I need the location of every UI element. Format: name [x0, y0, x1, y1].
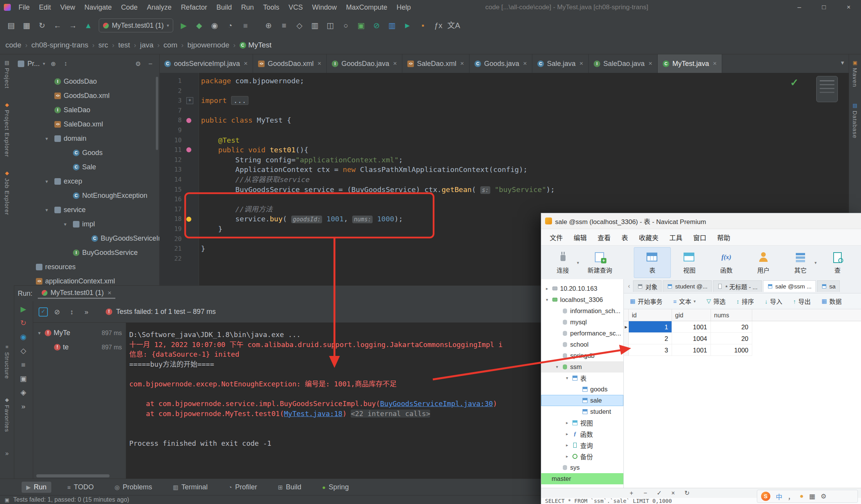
nv-tree-sale[interactable]: sale	[541, 395, 623, 406]
close-button[interactable]: ×	[836, 0, 861, 15]
gear-icon[interactable]: ⚙	[133, 60, 143, 67]
breadcrumb-item-java[interactable]: java	[140, 41, 154, 49]
grid-cell-gid-row2[interactable]: 1004	[672, 333, 711, 344]
breadcrumb-item-bjpowernode[interactable]: bjpowernode	[187, 41, 230, 49]
sogou-logo-icon[interactable]: S	[761, 492, 770, 501]
tool-stripe-job-explorer[interactable]: ◆Job Explorer	[4, 170, 10, 215]
ime-settings-icon[interactable]: ⚙	[820, 492, 826, 501]
ime-punctuation-icon[interactable]: ，	[788, 492, 794, 501]
run-test-gutter-icon[interactable]	[186, 118, 191, 123]
menu-analyze[interactable]: Analyze	[142, 3, 176, 12]
test-settings-icon[interactable]: ◇	[18, 345, 29, 357]
toolwindow-toggle-icon[interactable]: ▣	[5, 497, 9, 503]
nv-menu-窗口[interactable]: 窗口	[688, 233, 712, 242]
nv-tree-student[interactable]: student	[541, 406, 623, 417]
chevron-right-icon[interactable]: ▸	[564, 443, 570, 448]
menu-edit[interactable]: Edit	[34, 3, 56, 12]
close-icon[interactable]: ×	[523, 60, 527, 67]
attach-debugger-icon[interactable]: ⊕	[262, 19, 275, 32]
nv-tree-mysql[interactable]: mysql	[541, 317, 623, 328]
project-item-applicationcontext-xml[interactable]: applicationContext.xml	[14, 274, 159, 285]
editor-tab-goods-java[interactable]: Goods.java×	[469, 54, 532, 73]
discard-changes-icon[interactable]: ×	[669, 490, 677, 497]
nv-tree-10-20-10-163[interactable]: ▸10.20.10.163	[541, 283, 623, 294]
run-config-selector[interactable]: MyTest.test01 (1) ▾	[99, 19, 173, 32]
stop-icon[interactable]: ■	[239, 19, 252, 32]
project-item-excep[interactable]: ▾excep	[14, 174, 159, 189]
project-item-service[interactable]: ▾service	[14, 203, 159, 217]
menu-run[interactable]: Run	[236, 3, 258, 12]
profiler-icon[interactable]: ◔	[223, 19, 236, 32]
nv-tree-goods[interactable]: goods	[541, 384, 623, 395]
nv-tool-新建查询[interactable]: 新建查询	[581, 247, 618, 278]
ime-chinese-icon[interactable]: 中	[776, 492, 782, 501]
sort-by-duration-icon[interactable]: ↕	[66, 307, 77, 317]
chevron-down-icon[interactable]: ▾	[36, 330, 42, 336]
breadcrumb-item-com[interactable]: com	[164, 41, 177, 49]
open-icon[interactable]: ▤	[5, 19, 18, 32]
nv-tool-视图[interactable]: 视图	[671, 247, 708, 278]
fx-icon[interactable]: ƒx	[432, 19, 445, 32]
test-node-myte[interactable]: ▾!MyTe897 ms	[33, 326, 126, 340]
ime-keyboard-icon[interactable]: ▦	[809, 492, 815, 501]
back-icon[interactable]: ←	[51, 19, 64, 32]
fold-expand-icon[interactable]: +	[186, 97, 193, 104]
grid-cell-nums-row1[interactable]: 20	[711, 321, 752, 333]
toolwindow-button-problems[interactable]: ◎Problems	[110, 482, 157, 493]
toolwindow-button-build[interactable]: ⊞Build	[273, 482, 306, 493]
nv-tree-performance-sc[interactable]: performance_sc...	[541, 328, 623, 339]
column-header-id[interactable]: id	[629, 309, 672, 321]
menu-help[interactable]: Help	[392, 3, 415, 12]
tab-scroll-left-icon[interactable]: ‹	[626, 283, 632, 290]
project-item-goods[interactable]: Goods	[14, 146, 159, 160]
project-structure-icon[interactable]: ▥	[308, 19, 321, 32]
nv-tree-查询[interactable]: ▸查询	[541, 440, 623, 451]
test-node-te[interactable]: !te897 ms	[33, 340, 126, 354]
menu-tools[interactable]: Tools	[258, 3, 284, 12]
add-record-icon[interactable]: +	[628, 490, 635, 497]
stop-run-icon[interactable]: ■	[18, 359, 29, 371]
nv-menu-表[interactable]: 表	[616, 233, 633, 242]
nv-tree-master[interactable]: master	[541, 473, 623, 484]
nv-tree-information-sch[interactable]: information_sch...	[541, 305, 623, 317]
project-item-domain[interactable]: ▾domain	[14, 131, 159, 146]
grid-cell-id-row2[interactable]: 2	[629, 333, 672, 344]
chevron-down-icon[interactable]: ▾	[554, 364, 560, 369]
nv-objtab-对象[interactable]: 对象	[633, 280, 662, 292]
menu-vcs[interactable]: VCS	[284, 3, 307, 12]
project-item-resources[interactable]: resources	[14, 260, 159, 274]
chevron-right-icon[interactable]: ▸	[564, 432, 570, 437]
more-icon[interactable]: »	[18, 401, 29, 412]
breadcrumb-item-code[interactable]: code	[5, 41, 21, 49]
nv-tool-表[interactable]: 表	[634, 247, 671, 278]
debug-icon[interactable]: ◆	[192, 19, 206, 32]
maxcompute-build-icon[interactable]: ▲	[82, 19, 95, 32]
project-item-saledao[interactable]: SaleDao	[14, 103, 159, 117]
nv-tree-表[interactable]: ▾表	[541, 373, 623, 384]
chevron-down-icon[interactable]: ▾	[43, 61, 45, 66]
project-item-buygoodsservice[interactable]: BuyGoodsService	[14, 246, 159, 260]
menu-window[interactable]: Window	[307, 3, 341, 12]
run-coverage-icon[interactable]: ◉	[208, 19, 221, 32]
breadcrumb-item-src[interactable]: src	[98, 41, 108, 49]
collapse-all-icon[interactable]: ↕	[61, 60, 71, 67]
breadcrumb-item-test[interactable]: test	[118, 41, 130, 49]
grid-cell-gid-row1[interactable]: 1001	[672, 321, 711, 333]
close-icon[interactable]: ×	[579, 60, 583, 67]
nv-tool-查[interactable]: 查	[819, 247, 856, 278]
close-icon[interactable]: ×	[393, 60, 397, 67]
sync-icon[interactable]: ↻	[35, 19, 49, 32]
run-tab[interactable]: MyTest.test01 (1) ×	[38, 288, 115, 299]
minimize-button[interactable]: –	[787, 0, 812, 15]
chevron-right-icon[interactable]: ▸	[564, 454, 570, 459]
editor-tab-goodsdao-xml[interactable]: GoodsDao.xml×	[253, 54, 327, 73]
nv-tree-localhost-3306[interactable]: ▾localhost_3306	[541, 294, 623, 305]
screenshot-icon[interactable]: ▣	[18, 373, 29, 384]
close-icon[interactable]: ×	[713, 60, 717, 67]
project-item-notenoughexception[interactable]: NotEnoughException	[14, 189, 159, 203]
nv-objtab-student[interactable]: student @...	[663, 280, 712, 292]
close-icon[interactable]: ×	[460, 60, 464, 67]
tool-stripe-favorites[interactable]: ◆Favorites	[4, 397, 10, 432]
pin-icon[interactable]: ◈	[18, 387, 29, 398]
chevron-down-icon[interactable]: ▾	[42, 179, 52, 184]
